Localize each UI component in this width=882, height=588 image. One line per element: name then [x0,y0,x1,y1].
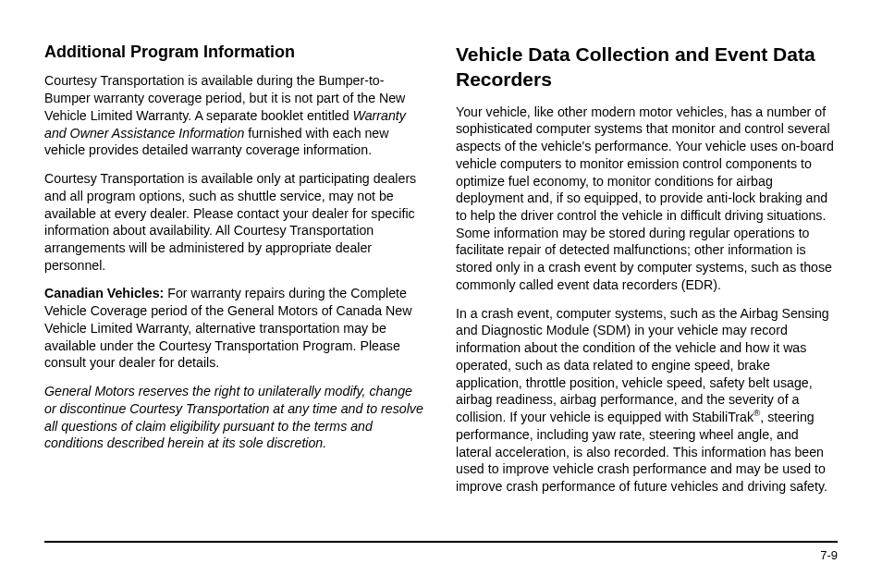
left-para-3: Canadian Vehicles: For warranty repairs … [44,285,426,372]
left-para-1: Courtesy Transportation is available dur… [44,72,426,159]
page-number: 7-9 [44,548,838,562]
right-p2-a: In a crash event, computer systems, such… [456,306,829,424]
footer-rule [44,541,838,543]
right-column: Vehicle Data Collection and Event Data R… [456,42,838,507]
left-heading: Additional Program Information [44,42,426,63]
right-para-2: In a crash event, computer systems, such… [456,305,838,496]
left-para-4-italic: General Motors reserves the right to uni… [44,383,426,452]
page-footer: 7-9 [44,541,838,562]
left-p1-a: Courtesy Transportation is available dur… [44,73,405,122]
two-column-layout: Additional Program Information Courtesy … [44,42,838,507]
right-heading: Vehicle Data Collection and Event Data R… [456,42,838,92]
left-column: Additional Program Information Courtesy … [44,42,426,507]
right-para-1: Your vehicle, like other modern motor ve… [456,104,838,294]
left-para-2: Courtesy Transportation is available onl… [44,170,426,274]
left-p3-lead: Canadian Vehicles: [44,286,164,300]
